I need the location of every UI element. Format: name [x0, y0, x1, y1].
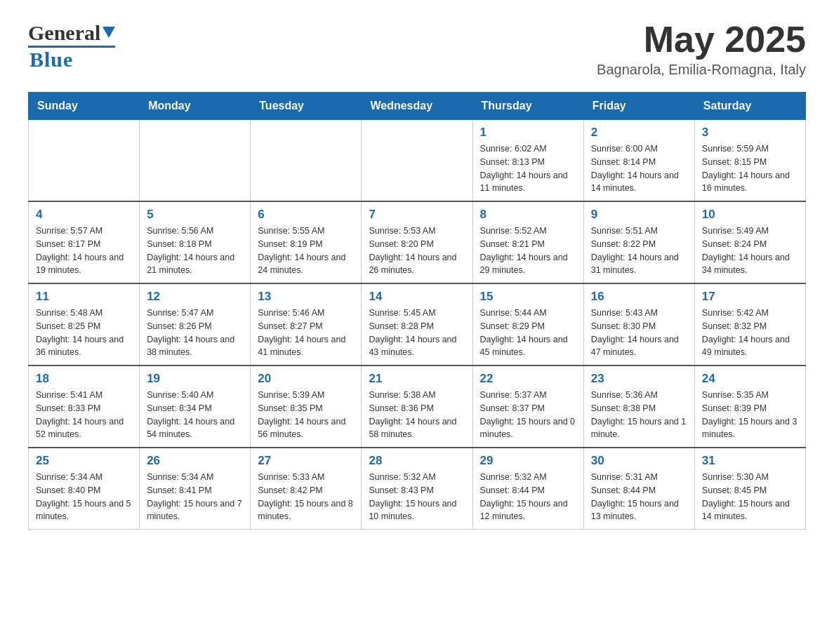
day-info: Sunrise: 6:02 AM Sunset: 8:13 PM Dayligh…: [480, 142, 576, 195]
calendar-day-cell: [29, 120, 140, 202]
day-number: 28: [369, 454, 465, 468]
day-info: Sunrise: 5:39 AM Sunset: 8:35 PM Dayligh…: [258, 389, 354, 441]
day-number: 10: [702, 208, 798, 222]
calendar-day-cell: 10Sunrise: 5:49 AM Sunset: 8:24 PM Dayli…: [694, 201, 805, 283]
calendar-day-cell: 2Sunrise: 6:00 AM Sunset: 8:14 PM Daylig…: [583, 120, 694, 202]
day-of-week-header: Tuesday: [251, 93, 362, 120]
logo-blue-text: Blue: [28, 48, 73, 72]
calendar-day-cell: 23Sunrise: 5:36 AM Sunset: 8:38 PM Dayli…: [583, 365, 694, 448]
location: Bagnarola, Emilia-Romagna, Italy: [597, 62, 806, 78]
day-number: 14: [369, 290, 465, 304]
calendar-day-cell: 7Sunrise: 5:53 AM Sunset: 8:20 PM Daylig…: [362, 201, 472, 283]
day-number: 29: [480, 454, 576, 468]
calendar-week-row: 4Sunrise: 5:57 AM Sunset: 8:17 PM Daylig…: [29, 201, 806, 283]
day-number: 18: [36, 372, 132, 386]
day-number: 25: [36, 454, 132, 468]
day-number: 6: [258, 208, 354, 222]
calendar-day-cell: [251, 120, 362, 202]
calendar-table: SundayMondayTuesdayWednesdayThursdayFrid…: [28, 92, 806, 530]
day-info: Sunrise: 5:56 AM Sunset: 8:18 PM Dayligh…: [147, 224, 243, 277]
day-info: Sunrise: 5:57 AM Sunset: 8:17 PM Dayligh…: [36, 224, 132, 277]
calendar-day-cell: 12Sunrise: 5:47 AM Sunset: 8:26 PM Dayli…: [140, 283, 251, 365]
calendar-day-cell: 29Sunrise: 5:32 AM Sunset: 8:44 PM Dayli…: [472, 448, 583, 530]
calendar-day-cell: 17Sunrise: 5:42 AM Sunset: 8:32 PM Dayli…: [694, 283, 805, 365]
calendar-day-cell: 15Sunrise: 5:44 AM Sunset: 8:29 PM Dayli…: [472, 283, 583, 365]
day-info: Sunrise: 5:33 AM Sunset: 8:42 PM Dayligh…: [258, 471, 354, 523]
day-number: 12: [147, 290, 243, 304]
day-number: 24: [702, 372, 798, 386]
calendar-day-cell: 27Sunrise: 5:33 AM Sunset: 8:42 PM Dayli…: [251, 448, 362, 530]
day-info: Sunrise: 5:55 AM Sunset: 8:19 PM Dayligh…: [258, 224, 354, 277]
calendar-day-cell: 3Sunrise: 5:59 AM Sunset: 8:15 PM Daylig…: [694, 120, 805, 202]
day-number: 7: [369, 208, 465, 222]
calendar-week-row: 25Sunrise: 5:34 AM Sunset: 8:40 PM Dayli…: [29, 448, 806, 530]
day-number: 16: [591, 290, 687, 304]
day-info: Sunrise: 5:38 AM Sunset: 8:36 PM Dayligh…: [369, 389, 465, 441]
day-number: 31: [702, 454, 798, 468]
day-number: 27: [258, 454, 354, 468]
day-number: 9: [591, 208, 687, 222]
day-info: Sunrise: 5:46 AM Sunset: 8:27 PM Dayligh…: [258, 307, 354, 359]
calendar-week-row: 1Sunrise: 6:02 AM Sunset: 8:13 PM Daylig…: [29, 120, 806, 202]
day-number: 20: [258, 372, 354, 386]
day-info: Sunrise: 5:31 AM Sunset: 8:44 PM Dayligh…: [591, 471, 687, 523]
calendar-day-cell: 22Sunrise: 5:37 AM Sunset: 8:37 PM Dayli…: [472, 365, 583, 448]
calendar-day-cell: [362, 120, 472, 202]
day-info: Sunrise: 5:59 AM Sunset: 8:15 PM Dayligh…: [702, 142, 798, 195]
calendar-day-cell: 30Sunrise: 5:31 AM Sunset: 8:44 PM Dayli…: [583, 448, 694, 530]
calendar-day-cell: 19Sunrise: 5:40 AM Sunset: 8:34 PM Dayli…: [140, 365, 251, 448]
title-section: May 2025 Bagnarola, Emilia-Romagna, Ital…: [597, 21, 806, 78]
calendar-day-cell: [140, 120, 251, 202]
calendar-day-cell: 20Sunrise: 5:39 AM Sunset: 8:35 PM Dayli…: [251, 365, 362, 448]
day-info: Sunrise: 5:48 AM Sunset: 8:25 PM Dayligh…: [36, 307, 132, 359]
calendar-day-cell: 16Sunrise: 5:43 AM Sunset: 8:30 PM Dayli…: [583, 283, 694, 365]
day-info: Sunrise: 5:37 AM Sunset: 8:37 PM Dayligh…: [480, 389, 576, 441]
day-number: 8: [480, 208, 576, 222]
calendar-day-cell: 6Sunrise: 5:55 AM Sunset: 8:19 PM Daylig…: [251, 201, 362, 283]
day-info: Sunrise: 5:44 AM Sunset: 8:29 PM Dayligh…: [480, 307, 576, 359]
calendar-day-cell: 4Sunrise: 5:57 AM Sunset: 8:17 PM Daylig…: [29, 201, 140, 283]
day-of-week-header: Saturday: [694, 93, 805, 120]
calendar-week-row: 11Sunrise: 5:48 AM Sunset: 8:25 PM Dayli…: [29, 283, 806, 365]
day-number: 15: [480, 290, 576, 304]
day-info: Sunrise: 5:45 AM Sunset: 8:28 PM Dayligh…: [369, 307, 465, 359]
calendar-header-row: SundayMondayTuesdayWednesdayThursdayFrid…: [29, 93, 806, 120]
day-number: 26: [147, 454, 243, 468]
day-number: 2: [591, 126, 687, 140]
calendar-day-cell: 26Sunrise: 5:34 AM Sunset: 8:41 PM Dayli…: [140, 448, 251, 530]
day-info: Sunrise: 5:47 AM Sunset: 8:26 PM Dayligh…: [147, 307, 243, 359]
day-info: Sunrise: 5:51 AM Sunset: 8:22 PM Dayligh…: [591, 224, 687, 277]
calendar-day-cell: 28Sunrise: 5:32 AM Sunset: 8:43 PM Dayli…: [362, 448, 472, 530]
day-number: 19: [147, 372, 243, 386]
day-info: Sunrise: 5:41 AM Sunset: 8:33 PM Dayligh…: [36, 389, 132, 441]
day-number: 3: [702, 126, 798, 140]
day-number: 1: [480, 126, 576, 140]
day-info: Sunrise: 5:35 AM Sunset: 8:39 PM Dayligh…: [702, 389, 798, 441]
day-number: 17: [702, 290, 798, 304]
calendar-day-cell: 9Sunrise: 5:51 AM Sunset: 8:22 PM Daylig…: [583, 201, 694, 283]
day-number: 4: [36, 208, 132, 222]
logo-triangle-icon: [102, 27, 115, 38]
calendar-day-cell: 11Sunrise: 5:48 AM Sunset: 8:25 PM Dayli…: [29, 283, 140, 365]
calendar-day-cell: 13Sunrise: 5:46 AM Sunset: 8:27 PM Dayli…: [251, 283, 362, 365]
day-number: 30: [591, 454, 687, 468]
day-info: Sunrise: 5:49 AM Sunset: 8:24 PM Dayligh…: [702, 224, 798, 277]
day-number: 23: [591, 372, 687, 386]
day-of-week-header: Monday: [140, 93, 251, 120]
day-of-week-header: Sunday: [29, 93, 140, 120]
logo: General Blue: [28, 21, 115, 72]
day-info: Sunrise: 5:52 AM Sunset: 8:21 PM Dayligh…: [480, 224, 576, 277]
calendar-week-row: 18Sunrise: 5:41 AM Sunset: 8:33 PM Dayli…: [29, 365, 806, 448]
day-info: Sunrise: 6:00 AM Sunset: 8:14 PM Dayligh…: [591, 142, 687, 195]
calendar-day-cell: 8Sunrise: 5:52 AM Sunset: 8:21 PM Daylig…: [472, 201, 583, 283]
day-number: 13: [258, 290, 354, 304]
day-number: 11: [36, 290, 132, 304]
month-title: May 2025: [597, 21, 806, 58]
day-info: Sunrise: 5:32 AM Sunset: 8:43 PM Dayligh…: [369, 471, 465, 523]
day-info: Sunrise: 5:43 AM Sunset: 8:30 PM Dayligh…: [591, 307, 687, 359]
day-info: Sunrise: 5:32 AM Sunset: 8:44 PM Dayligh…: [480, 471, 576, 523]
day-of-week-header: Wednesday: [362, 93, 472, 120]
day-info: Sunrise: 5:34 AM Sunset: 8:40 PM Dayligh…: [36, 471, 132, 523]
calendar-day-cell: 1Sunrise: 6:02 AM Sunset: 8:13 PM Daylig…: [472, 120, 583, 202]
calendar-day-cell: 5Sunrise: 5:56 AM Sunset: 8:18 PM Daylig…: [140, 201, 251, 283]
